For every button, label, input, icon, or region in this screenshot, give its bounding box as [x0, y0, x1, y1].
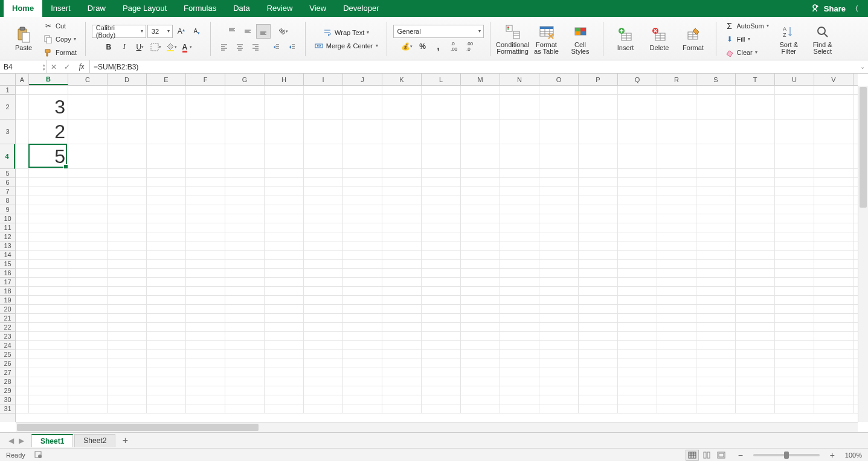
cell-U24[interactable]	[775, 341, 814, 350]
cell-C14[interactable]	[68, 251, 108, 259]
cell-D3[interactable]	[108, 120, 147, 144]
column-header-F[interactable]: F	[186, 74, 225, 85]
cell-J23[interactable]	[343, 332, 382, 340]
cell-C5[interactable]	[68, 169, 108, 177]
cell-F8[interactable]	[186, 196, 225, 205]
cell-O22[interactable]	[539, 323, 579, 331]
row-header-15[interactable]: 15	[0, 260, 15, 269]
cell-S22[interactable]	[696, 323, 736, 331]
cell-Q23[interactable]	[618, 332, 657, 340]
cell-I5[interactable]	[304, 169, 343, 177]
cell-F22[interactable]	[186, 323, 225, 331]
cell-B5[interactable]	[29, 169, 68, 177]
row-header-5[interactable]: 5	[0, 169, 15, 178]
cell-R3[interactable]	[657, 120, 696, 144]
row-header-20[interactable]: 20	[0, 305, 15, 314]
cell-V15[interactable]	[814, 260, 854, 268]
sheet-next-button[interactable]: ▶	[19, 436, 24, 445]
cell-A13[interactable]	[16, 241, 29, 250]
cell-N27[interactable]	[500, 368, 539, 377]
row-header-31[interactable]: 31	[0, 404, 15, 413]
cell-U11[interactable]	[775, 223, 814, 232]
cell-K25[interactable]	[382, 350, 422, 359]
cell-P17[interactable]	[579, 278, 618, 286]
cell-U27[interactable]	[775, 368, 814, 377]
cell-C22[interactable]	[68, 323, 108, 331]
cell-O2[interactable]	[539, 95, 579, 119]
cell-M10[interactable]	[461, 214, 500, 223]
cell-P16[interactable]	[579, 269, 618, 277]
cell-G16[interactable]	[225, 269, 265, 277]
cell-U13[interactable]	[775, 241, 814, 250]
cell-L16[interactable]	[422, 269, 461, 277]
cell-A19[interactable]	[16, 296, 29, 304]
cell-R12[interactable]	[657, 232, 696, 241]
cell-I10[interactable]	[304, 214, 343, 223]
cell-I9[interactable]	[304, 205, 343, 214]
cell-I19[interactable]	[304, 296, 343, 304]
view-normal-button[interactable]	[686, 450, 699, 461]
cell-B23[interactable]	[29, 332, 68, 340]
cell-L28[interactable]	[422, 377, 461, 386]
cell-D20[interactable]	[108, 305, 147, 313]
cell-R23[interactable]	[657, 332, 696, 340]
cell-P10[interactable]	[579, 214, 618, 223]
cell-D5[interactable]	[108, 169, 147, 177]
cell-L24[interactable]	[422, 341, 461, 350]
cell-U1[interactable]	[775, 86, 814, 94]
cell-U29[interactable]	[775, 386, 814, 395]
cell-D25[interactable]	[108, 350, 147, 359]
cell-N6[interactable]	[500, 178, 539, 187]
cell-I20[interactable]	[304, 305, 343, 313]
cell-D10[interactable]	[108, 214, 147, 223]
collapse-ribbon-icon[interactable]: 〈	[852, 4, 858, 13]
cell-O14[interactable]	[539, 251, 579, 259]
cell-V6[interactable]	[814, 178, 854, 187]
cell-K26[interactable]	[382, 359, 422, 368]
cell-K9[interactable]	[382, 205, 422, 214]
cell-H15[interactable]	[265, 260, 304, 268]
cell-U10[interactable]	[775, 214, 814, 223]
cell-T22[interactable]	[736, 323, 775, 331]
cell-J17[interactable]	[343, 278, 382, 286]
cell-D27[interactable]	[108, 368, 147, 377]
cell-F29[interactable]	[186, 386, 225, 395]
cell-C2[interactable]	[68, 95, 108, 119]
cell-G29[interactable]	[225, 386, 265, 395]
cell-N10[interactable]	[500, 214, 539, 223]
cell-F7[interactable]	[186, 187, 225, 196]
cell-A27[interactable]	[16, 368, 29, 377]
cell-Q7[interactable]	[618, 187, 657, 196]
cell-M5[interactable]	[461, 169, 500, 177]
cell-L13[interactable]	[422, 241, 461, 250]
percent-button[interactable]: %	[416, 39, 430, 54]
cell-E9[interactable]	[147, 205, 186, 214]
cell-K11[interactable]	[382, 223, 422, 232]
cell-B31[interactable]	[29, 404, 68, 413]
cell-K4[interactable]	[382, 144, 422, 168]
row-header-24[interactable]: 24	[0, 341, 15, 350]
cell-T31[interactable]	[736, 404, 775, 413]
row-header-1[interactable]: 1	[0, 86, 15, 95]
cell-R15[interactable]	[657, 260, 696, 268]
cell-F28[interactable]	[186, 377, 225, 386]
cell-C17[interactable]	[68, 278, 108, 286]
cell-O27[interactable]	[539, 368, 579, 377]
cell-A18[interactable]	[16, 287, 29, 295]
cell-L25[interactable]	[422, 350, 461, 359]
cell-L5[interactable]	[422, 169, 461, 177]
cell-Q15[interactable]	[618, 260, 657, 268]
cell-P8[interactable]	[579, 196, 618, 205]
cell-L19[interactable]	[422, 296, 461, 304]
cell-L9[interactable]	[422, 205, 461, 214]
cell-A29[interactable]	[16, 386, 29, 395]
cell-G14[interactable]	[225, 251, 265, 259]
cell-G11[interactable]	[225, 223, 265, 232]
cell-V26[interactable]	[814, 359, 854, 368]
cell-T14[interactable]	[736, 251, 775, 259]
cell-B3[interactable]: 2	[29, 120, 68, 144]
font-select[interactable]: Calibri (Body)	[92, 25, 146, 38]
cell-M27[interactable]	[461, 368, 500, 377]
cell-A1[interactable]	[16, 86, 29, 94]
cell-C31[interactable]	[68, 404, 108, 413]
